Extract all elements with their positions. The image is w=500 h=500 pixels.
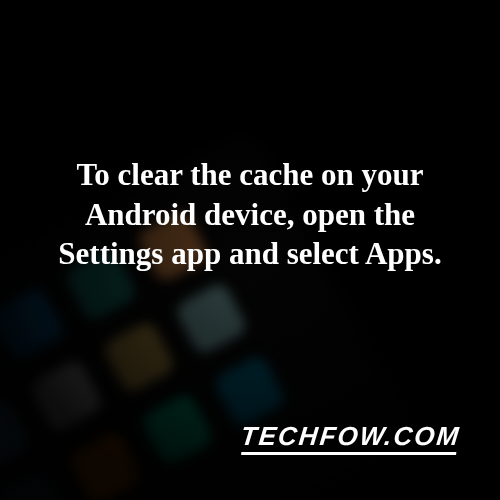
site-watermark: TECHFOW.COM [239,421,462,452]
instruction-text: To clear the cache on your Android devic… [0,155,500,274]
